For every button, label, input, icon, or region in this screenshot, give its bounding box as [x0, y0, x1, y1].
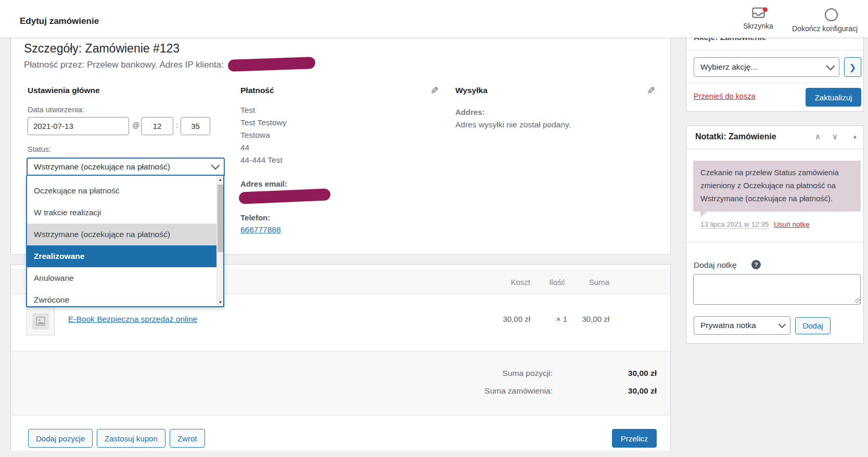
order-notes-heading: Notatki: Zamówienie	[695, 132, 776, 141]
item-quantity: × 1	[556, 315, 567, 323]
page-title: Edytuj zamówienie	[20, 16, 99, 27]
items-subtotal-label: Suma pozycji:	[503, 369, 553, 378]
shipping-address-value: Adres wysyłki nie został podany.	[455, 120, 571, 129]
recalculate-button[interactable]: Przelicz	[612, 429, 657, 448]
billing-address-line: Test Testowy	[240, 118, 286, 127]
phone-label: Telefon:	[240, 213, 270, 222]
order-total-label: Suma zamówienia:	[484, 386, 553, 396]
scrollbar-thumb[interactable]	[218, 185, 223, 252]
finish-setup-label: Dokończ konfiguracj	[792, 24, 858, 33]
edit-billing-icon[interactable]: ✎	[430, 86, 439, 96]
email-label: Adres email:	[240, 179, 287, 188]
product-link[interactable]: E-Book Bezpieczna sprzedaż online	[68, 315, 197, 324]
note-bubble-tail	[700, 212, 707, 217]
scroll-down-icon[interactable]: ▼	[217, 298, 224, 306]
run-action-icon: ❯	[849, 63, 856, 72]
item-cost: 30,00 zł	[503, 315, 530, 323]
order-date-input[interactable]	[28, 117, 129, 135]
edit-shipping-icon[interactable]: ✎	[647, 86, 655, 96]
time-separator: :	[176, 121, 178, 129]
items-subtotal-value: 30,00 zł	[628, 369, 657, 378]
order-action-select-value: Wybierz akcję...	[700, 62, 757, 72]
collapse-panel-icon[interactable]: ▲	[852, 134, 858, 139]
order-total-value: 30,00 zł	[628, 386, 657, 396]
payment-method-line: Płatność przez: Przelew bankowy. Adres I…	[24, 60, 224, 70]
status-option[interactable]: Anulowane	[27, 267, 216, 289]
billing-address-line: 44-444 Test	[240, 155, 283, 165]
billing-address-line: Test	[240, 106, 255, 115]
move-panel-down-icon[interactable]: ∨	[832, 132, 838, 141]
run-action-button[interactable]: ❯	[844, 57, 861, 77]
inbox-icon	[752, 11, 765, 20]
divider	[686, 83, 863, 83]
status-dropdown-list: Oczekujące na płatność W trakcie realiza…	[26, 176, 224, 307]
add-note-button[interactable]: Dodaj	[795, 317, 831, 334]
note-type-select-value: Prywatna notka	[700, 321, 756, 330]
divider	[686, 242, 863, 242]
order-status-select-value: Wstrzymane (oczekujące na płatność)	[34, 162, 170, 172]
status-options: Oczekujące na płatność W trakcie realiza…	[27, 176, 216, 306]
scroll-up-icon[interactable]: ▲	[217, 176, 224, 184]
note-meta: 13 lipca 2021 w 12:35 Usuń notkę	[700, 220, 809, 228]
status-option-current[interactable]: Wstrzymane (oczekujące na płatność)	[27, 224, 216, 245]
note-date: 13 lipca 2021 w 12:35	[700, 220, 769, 229]
column-header-total: Suma	[589, 278, 609, 286]
woocommerce-edit-order-page: Akcje: Zamówienie Wybierz akcję... ❯ Prz…	[0, 0, 868, 457]
chevron-down-icon	[211, 161, 220, 170]
admin-header: Edytuj zamówienie Skrzynka Dokończ konfi…	[0, 0, 868, 38]
add-items-button[interactable]: Dodaj pozycje	[28, 429, 93, 448]
shipping-heading: Wysyłka	[455, 86, 488, 95]
column-header-qty: Ilość	[549, 278, 565, 286]
delete-note-link[interactable]: Usuń notkę	[774, 220, 809, 228]
order-notes-panel: Notatki: Zamówienie ∧ ∨ ▲ Czekanie na pr…	[686, 125, 864, 344]
refund-button[interactable]: Zwrot	[170, 429, 205, 448]
order-minute-input[interactable]	[181, 117, 210, 135]
status-option-highlighted[interactable]: Zrealizowane	[27, 245, 216, 267]
dropdown-scrollbar[interactable]: ▲ ▼	[216, 176, 223, 306]
add-note-textarea[interactable]	[693, 274, 861, 305]
order-title: Szczegóły: Zamówienie #123	[24, 42, 180, 56]
at-symbol: @	[132, 121, 139, 129]
billing-address-line: Testowa	[240, 130, 270, 140]
date-created-label: Data utworzenia:	[28, 106, 84, 114]
general-settings-heading: Ustawienia główne	[28, 86, 100, 95]
status-option[interactable]: Zwrócone	[27, 289, 216, 306]
item-total: 30,00 zł	[582, 315, 609, 323]
textarea-resize-handle[interactable]	[855, 298, 860, 303]
status-option[interactable]: W trakcie realizacji	[27, 202, 216, 224]
note-type-select[interactable]: Prywatna notka	[694, 316, 790, 335]
apply-coupon-button[interactable]: Zastosuj kupon	[97, 429, 165, 448]
update-order-button[interactable]: Zaktualizuj	[806, 88, 861, 107]
divider	[686, 149, 863, 149]
billing-heading: Płatność	[240, 86, 274, 95]
redacted-email	[239, 188, 331, 204]
phone-link[interactable]: 666777888	[240, 225, 281, 234]
order-action-select[interactable]: Wybierz akcję...	[694, 57, 839, 77]
order-note: Czekanie na przelew Status zamówienia zm…	[693, 161, 861, 212]
order-hour-input[interactable]	[141, 117, 173, 135]
order-status-select[interactable]: Wstrzymane (oczekujące na płatność)	[27, 158, 225, 176]
divider	[686, 50, 863, 50]
chevron-down-icon	[778, 321, 786, 328]
chevron-down-icon	[826, 61, 835, 70]
product-thumbnail	[27, 307, 55, 335]
billing-address-line: 44	[240, 143, 249, 152]
move-panel-up-icon[interactable]: ∧	[815, 132, 821, 141]
help-icon[interactable]: ?	[751, 260, 761, 269]
move-to-trash-link[interactable]: Przenieś do kosza	[694, 92, 755, 100]
shipping-address-label: Addres:	[455, 108, 485, 116]
redacted-ip-address	[228, 57, 316, 72]
status-label: Status:	[28, 145, 51, 153]
notification-dot	[763, 7, 768, 12]
image-placeholder-icon	[32, 313, 49, 330]
column-header-cost: Koszt	[510, 278, 530, 286]
setup-progress-icon	[825, 8, 838, 21]
inbox-label: Skrzynka	[737, 22, 780, 30]
order-totals: Suma pozycji: 30,00 zł Suma zamówienia: …	[11, 351, 670, 415]
inbox-button[interactable]: Skrzynka	[737, 7, 780, 30]
items-actions-footer: Dodaj pozycje Zastosuj kupon Zwrot Przel…	[11, 415, 670, 451]
add-note-label: Dodaj notkę	[694, 260, 737, 270]
status-option[interactable]: Oczekujące na płatność	[27, 180, 216, 202]
